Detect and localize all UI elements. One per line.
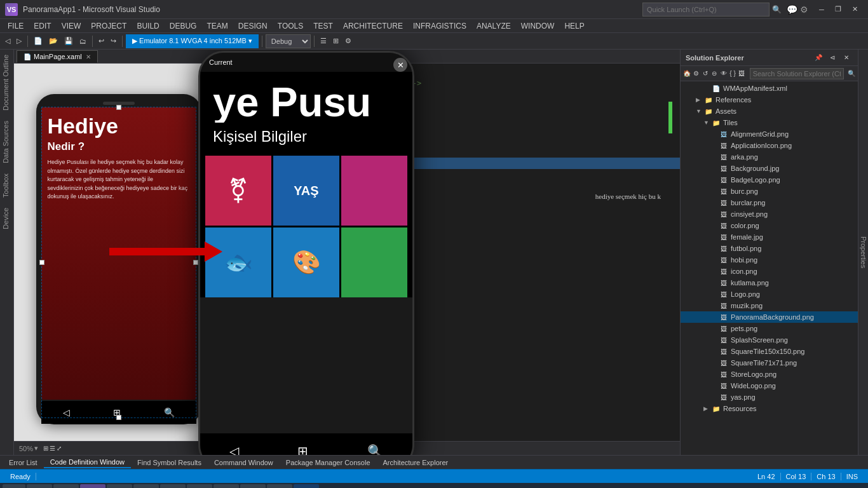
- tile-fish[interactable]: 🐟: [205, 227, 271, 297]
- tree-item-color[interactable]: 🖼 color.png: [681, 220, 858, 231]
- toolbar-save[interactable]: 💾: [62, 34, 76, 48]
- menu-file[interactable]: FILE: [3, 20, 29, 32]
- taskbar-app4[interactable]: 🖊: [240, 484, 266, 488]
- taskbar-photoshop[interactable]: Ps: [294, 484, 319, 488]
- taskbar-settings[interactable]: ⚙: [53, 484, 79, 488]
- play-button[interactable]: ▶ Emulator 8.1 WVGA 4 inch 512MB ▾: [126, 34, 259, 48]
- tree-item-background[interactable]: 🖼 Background.jpg: [681, 163, 858, 174]
- tab-mainpage-xaml[interactable]: 📄 MainPage.xaml ✕: [17, 50, 98, 63]
- se-tb-view-code[interactable]: { }: [729, 68, 736, 79]
- menu-build[interactable]: BUILD: [132, 20, 164, 32]
- menu-edit[interactable]: EDIT: [29, 20, 56, 32]
- quick-launch[interactable]: 🔍: [642, 3, 782, 17]
- sidebar-tab-device[interactable]: Device: [0, 203, 13, 234]
- configuration-dropdown[interactable]: Debug Release: [266, 34, 311, 48]
- close-button[interactable]: ✕: [846, 3, 863, 17]
- toolbar-save-all[interactable]: 🗂: [77, 34, 89, 48]
- tree-item-squaretile150[interactable]: 🖼 SquareTile150x150.png: [681, 346, 858, 357]
- se-tb-properties[interactable]: ⚙: [692, 68, 700, 79]
- fit-btn[interactable]: ⤢: [57, 445, 62, 452]
- toolbar-extra2[interactable]: ⊞: [330, 34, 341, 48]
- close-tab-button[interactable]: ✕: [86, 53, 91, 60]
- toolbar-extra1[interactable]: ☰: [318, 34, 329, 48]
- tree-item-squaretile71[interactable]: 🖼 SquareTile71x71.png: [681, 357, 858, 369]
- tile-plant[interactable]: [341, 227, 407, 297]
- sidebar-tab-data-sources[interactable]: Data Sources: [0, 116, 13, 168]
- se-tb-show-all[interactable]: 👁: [720, 68, 728, 79]
- se-tb-designer[interactable]: 🖼: [738, 68, 745, 79]
- tree-item-cinsiyet[interactable]: 🖼 cinsiyet.png: [681, 208, 858, 220]
- taskbar-chrome[interactable]: 🟢: [133, 484, 159, 488]
- menu-test[interactable]: TEST: [308, 20, 338, 32]
- taskbar-office[interactable]: 🟠: [160, 484, 186, 488]
- tree-item-wmapp[interactable]: 📄 WMAppManifest.xml: [681, 83, 858, 94]
- tab-command-window[interactable]: Command Window: [208, 458, 280, 468]
- restore-button[interactable]: ❐: [830, 3, 846, 17]
- list-view-btn[interactable]: ☰: [50, 445, 55, 452]
- tree-item-female[interactable]: 🖼 female.jpg: [681, 231, 858, 243]
- se-search-input[interactable]: [750, 68, 844, 79]
- tree-item-assets[interactable]: ▼ 📁 Assets: [681, 105, 858, 117]
- menu-infragistics[interactable]: INFRAGISTICS: [408, 20, 471, 32]
- tree-item-panoramabg[interactable]: 🖼 PanoramaBackground.png: [681, 311, 858, 323]
- se-search-btn[interactable]: 🔍: [848, 68, 855, 79]
- se-tb-collapse[interactable]: ⊖: [710, 68, 718, 79]
- tile-age[interactable]: YAŞ: [273, 156, 339, 226]
- se-tb-refresh[interactable]: ↺: [702, 68, 709, 79]
- tree-item-arka[interactable]: 🖼 arka.png: [681, 151, 858, 163]
- taskbar-explorer[interactable]: 🗁: [27, 484, 52, 488]
- se-arrow-button[interactable]: ⊲: [826, 52, 839, 64]
- tree-item-burc[interactable]: 🖼 burc.png: [681, 186, 858, 197]
- taskbar-app5[interactable]: 🟡: [267, 484, 292, 488]
- sidebar-tab-document-outline[interactable]: Document Outline: [0, 50, 13, 116]
- tree-item-widelogo[interactable]: 🖼 WideLogo.png: [681, 380, 858, 391]
- tree-item-kutlama[interactable]: 🖼 kutlama.png: [681, 277, 858, 288]
- tree-item-splashscreen[interactable]: 🖼 SplashScreen.png: [681, 334, 858, 346]
- overlay-close-btn[interactable]: ✕: [393, 58, 407, 72]
- menu-window[interactable]: WINDOW: [516, 20, 560, 32]
- menu-debug[interactable]: DEBUG: [165, 20, 202, 32]
- tab-package-manager[interactable]: Package Manager Console: [280, 458, 377, 468]
- grid-view-btn[interactable]: ⊞: [43, 445, 48, 452]
- menu-project[interactable]: PROJECT: [86, 20, 132, 32]
- tree-item-alignmentgrid[interactable]: 🖼 AlignmentGrid.png: [681, 128, 858, 140]
- sidebar-tab-toolbox[interactable]: Toolbox: [0, 168, 13, 203]
- tree-item-futbol[interactable]: 🖼 futbol.png: [681, 243, 858, 254]
- se-close-button[interactable]: ✕: [840, 52, 853, 64]
- menu-team[interactable]: TEAM: [201, 20, 233, 32]
- menu-tools[interactable]: TOOLS: [273, 20, 308, 32]
- toolbar-undo[interactable]: ↩: [96, 34, 107, 48]
- minimize-button[interactable]: ─: [813, 3, 830, 17]
- tab-architecture-explorer[interactable]: Architecture Explorer: [377, 458, 455, 468]
- toolbar-back[interactable]: ◁: [3, 34, 13, 48]
- tile-paint[interactable]: 🎨: [273, 227, 339, 297]
- tree-item-muzik[interactable]: 🖼 muzik.png: [681, 300, 858, 311]
- se-tb-solution[interactable]: 🏠: [683, 68, 691, 79]
- toolbar-new[interactable]: 📄: [31, 34, 45, 48]
- taskbar-app3[interactable]: 🔵: [214, 484, 239, 488]
- tree-item-burclar[interactable]: 🖼 burclar.png: [681, 197, 858, 208]
- tree-item-pets[interactable]: 🖼 pets.png: [681, 323, 858, 334]
- menu-design[interactable]: DESIGN: [233, 20, 273, 32]
- tile-gender[interactable]: ⚧: [205, 156, 271, 226]
- tree-item-logo[interactable]: 🖼 Logo.png: [681, 288, 858, 300]
- tab-code-definition[interactable]: Code Definition Window: [44, 457, 131, 468]
- zoom-dropdown-icon[interactable]: ▾: [34, 444, 38, 452]
- tree-item-badgelogo[interactable]: 🖼 BadgeLogo.png: [681, 174, 858, 186]
- tab-find-symbol[interactable]: Find Symbol Results: [131, 458, 208, 468]
- tile-gift[interactable]: [341, 156, 407, 226]
- tree-item-appicon[interactable]: 🖼 ApplicationIcon.png: [681, 140, 858, 151]
- toolbar-extra3[interactable]: ⚙: [342, 34, 354, 48]
- tree-item-hobi[interactable]: 🖼 hobi.png: [681, 254, 858, 266]
- tree-item-storelogo[interactable]: 🖼 StoreLogo.png: [681, 369, 858, 380]
- quick-launch-input[interactable]: [642, 3, 770, 17]
- se-pin-button[interactable]: 📌: [812, 52, 825, 64]
- menu-help[interactable]: HELP: [559, 20, 589, 32]
- start-button[interactable]: ⊞: [3, 484, 25, 488]
- tab-error-list[interactable]: Error List: [3, 458, 44, 468]
- tree-item-tiles[interactable]: ▼ 📁 Tiles: [681, 117, 858, 128]
- menu-view[interactable]: VIEW: [57, 20, 86, 32]
- tree-item-icon[interactable]: 🖼 icon.png: [681, 266, 858, 277]
- taskbar-ie[interactable]: 🌐: [107, 484, 132, 488]
- toolbar-forward[interactable]: ▷: [14, 34, 24, 48]
